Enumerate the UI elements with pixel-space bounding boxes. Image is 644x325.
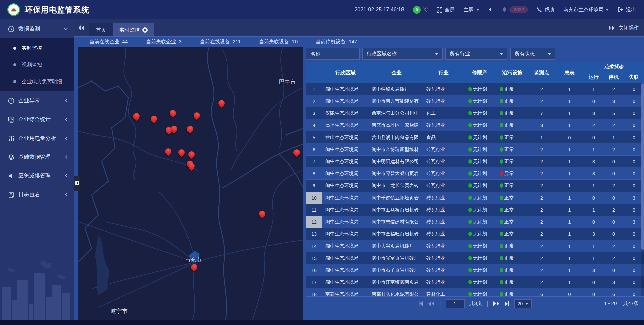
table-row[interactable]: 4高坪生态环境局南充市高坪区王家店建砖瓦行业无计划正常31220 — [306, 119, 644, 131]
col-header-stop: 停限产 — [463, 62, 496, 83]
map-pin-icon[interactable] — [194, 112, 200, 119]
tab-close-icon[interactable]: × — [142, 27, 148, 33]
sidebar-group-企业用电量分析[interactable]: 企业用电量分析 — [0, 129, 74, 148]
table-row[interactable]: 15阆中生态环境局阆中市光富页岩机砖厂砖瓦行业无计划正常21120 — [306, 252, 644, 264]
map-pin-icon[interactable] — [187, 126, 194, 133]
prev-page-button[interactable] — [428, 301, 435, 306]
row-index: 7 — [306, 159, 322, 164]
map-panel[interactable]: 巴中市南充市遂宁市 — [78, 47, 303, 320]
cell-monitor-count: 2 — [528, 147, 555, 152]
col-header-region: 行政区域 — [322, 62, 369, 83]
page-number-input[interactable] — [446, 299, 465, 308]
table-row[interactable]: 13阆中生态环境局阆中市金福旺页岩机砖砖瓦行业无计划正常21300 — [306, 228, 644, 240]
tabs-scroll-left-button[interactable] — [78, 19, 85, 36]
row-index: 3 — [306, 111, 322, 116]
map-pin-icon[interactable] — [171, 126, 178, 132]
cell-lost-count: 0 — [624, 207, 644, 213]
map-pin-icon[interactable] — [191, 264, 198, 271]
last-page-icon — [504, 301, 509, 306]
theme-dropdown[interactable]: 主题 — [464, 7, 479, 13]
table-row[interactable]: 2阆中生态环境局阆中市南方节能建材有砖瓦行业无计划正常21030 — [306, 95, 644, 107]
sidebar-group-企业异常[interactable]: 企业异常 — [0, 91, 74, 110]
map-pin-icon[interactable] — [151, 116, 157, 122]
map-pin-icon[interactable] — [170, 110, 176, 117]
cell-facility-status: 正常 — [496, 255, 528, 261]
map-pin-icon[interactable] — [259, 211, 266, 217]
sidebar-group-基础数据管理[interactable]: 基础数据管理 — [0, 148, 74, 166]
table-row[interactable]: 11阆中生态环境局阆中市五马桥页岩机砖砖瓦行业无计划正常21120 — [306, 204, 644, 216]
page-size-select[interactable]: 20 — [514, 299, 532, 308]
map-pin-icon[interactable] — [293, 149, 300, 156]
map-pin-icon[interactable] — [188, 151, 195, 158]
sidebar-group-日志查看[interactable]: 日志查看 — [0, 185, 74, 204]
cell-run-count: 3 — [584, 159, 604, 164]
cell-lost-count: 0 — [624, 111, 644, 116]
map-pin-icon[interactable] — [133, 113, 140, 120]
next-page-button[interactable] — [493, 301, 500, 306]
cell-monitor-count: 2 — [528, 231, 555, 237]
pager-divider: | — [487, 300, 488, 307]
cell-region: 阆中生态环境局 — [322, 195, 369, 201]
table-row[interactable]: 14阆中生态环境局阆中大兴页岩机砖厂砖瓦行业无计划正常21120 — [306, 240, 644, 252]
table-row[interactable]: 16阆中生态环境局阆中市石子页岩机砖厂砖瓦行业无计划正常21300 — [306, 264, 644, 276]
table-row[interactable]: 17阆中生态环境局阆中市江南镇阆南页岩砖瓦行业无计划正常21030 — [306, 276, 644, 288]
map-pin-icon[interactable] — [218, 100, 225, 107]
org-dropdown[interactable]: 南充市生态环境局 — [563, 7, 609, 13]
notification-area[interactable]: 2632 — [502, 6, 528, 13]
cell-lost-count: 3 — [624, 195, 644, 201]
industry-filter-select[interactable]: 所有行业 — [445, 48, 507, 60]
table-row[interactable]: 3仪陇生态环境局西南油气田分公司川中化工无计划正常71350 — [306, 107, 644, 119]
sidebar-collapse-handle[interactable] — [74, 176, 80, 191]
status-dot-green — [500, 99, 503, 103]
sidebar-group-数据监测[interactable]: 数据监测 — [0, 19, 74, 38]
chevron-down-icon — [606, 9, 609, 11]
sidebar-item-视频监控[interactable]: 视频监控 — [0, 56, 74, 73]
cell-stopped-count: 2 — [604, 147, 624, 152]
help-button[interactable]: 帮助 — [537, 7, 554, 13]
region-filter-select[interactable]: 行政区域名称 — [362, 48, 443, 60]
table-row[interactable]: 10阆中生态环境局阆中千佛镇五郎垭页岩砖瓦行业无计划正常21003 — [306, 192, 644, 204]
sidebar-group-应急减排管理[interactable]: 应急减排管理 — [0, 166, 74, 185]
col-header-monitor: 监测点 — [528, 62, 555, 83]
app-title: 环保用电监管系统 — [25, 5, 89, 15]
region-filter-value: 行政区域名称 — [367, 51, 397, 57]
logout-button[interactable]: 退出 — [618, 7, 636, 13]
cell-stopped-count: 2 — [604, 123, 624, 128]
content: 巴中市南充市遂宁市 行政区域名称 所有行业 所有状态 — [74, 47, 644, 320]
table-row[interactable]: 6阆中生态环境局阆中市金博瑞新型墙材砖瓦行业无计划正常21120 — [306, 144, 644, 156]
cell-region: 阆中生态环境局 — [322, 171, 369, 177]
fullscreen-button[interactable]: 全屏 — [437, 7, 455, 13]
status-dot-green — [500, 196, 503, 200]
last-page-button[interactable] — [504, 301, 509, 306]
sidebar-item-企业电力负荷明细[interactable]: 企业电力负荷明细 — [0, 73, 74, 90]
table-scrollbar[interactable] — [641, 83, 644, 296]
cell-stop-status: 无计划 — [463, 219, 496, 225]
sidebar-item-实时监控[interactable]: 实时监控 — [0, 40, 74, 56]
status-filter-select[interactable]: 所有状态 — [510, 48, 555, 60]
scrollbar-thumb[interactable] — [641, 83, 644, 250]
sound-button[interactable] — [488, 7, 493, 12]
cell-industry: 建材化工 — [424, 291, 463, 297]
tab-首页[interactable]: 首页 — [89, 23, 113, 36]
table-row[interactable]: 12阆中生态环境局阆中市忠信建材有限公砖瓦行业无计划正常21003 — [306, 216, 644, 228]
name-filter-input[interactable] — [306, 48, 360, 60]
table-row[interactable]: 5营山生态环境局营山县润丰肉食品有限食品无计划正常10010 — [306, 131, 644, 144]
tab-实时监控[interactable]: 实时监控× — [113, 23, 154, 36]
cell-stop-status: 无计划 — [463, 98, 496, 104]
bullet-icon — [13, 80, 16, 83]
map-pin-icon[interactable] — [178, 149, 185, 156]
table-row[interactable]: 8阆中生态环境局阆中市枣碧大梁山页岩砖瓦行业无计划异常21300 — [306, 168, 644, 180]
collapse-left-icon — [74, 180, 80, 186]
first-page-button[interactable] — [418, 301, 423, 306]
map-pin-icon[interactable] — [165, 148, 172, 155]
sidebar-group-企业综合统计[interactable]: 企业综合统计 — [0, 110, 74, 129]
table-row[interactable]: 18南部生态环境局南部县弘化水泥有限公建材化工无计划正常60060 — [306, 288, 644, 296]
table-row[interactable]: 1阆中生态环境局阆中强锐页岩砖厂砖瓦行业无计划正常21120 — [306, 83, 644, 95]
map-pin-icon[interactable] — [188, 163, 195, 170]
table-row[interactable]: 7阆中生态环境局阆中明阳建材有限公司砖瓦行业无计划正常21300 — [306, 156, 644, 168]
status-dot-green — [468, 220, 472, 224]
close-operations-button[interactable]: 关闭操作 — [608, 19, 639, 36]
table-row[interactable]: 9阆中生态环境局阆中市二龙长宝页岩砖砖瓦行业无计划正常21120 — [306, 180, 644, 192]
cell-stop-status: 无计划 — [463, 159, 496, 165]
cell-industry: 砖瓦行业 — [424, 122, 463, 128]
